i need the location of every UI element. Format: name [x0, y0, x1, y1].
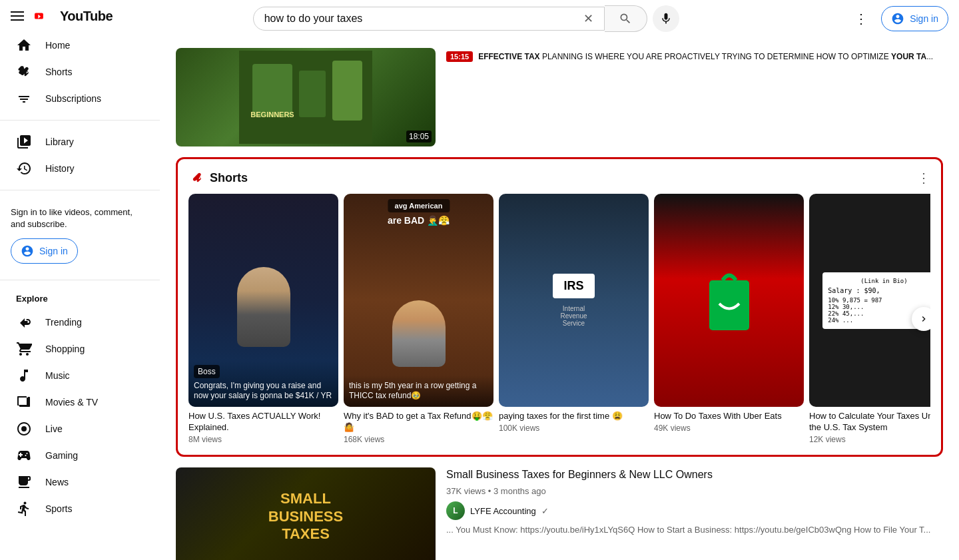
sidebar: YouTube Home Shorts Subscriptions Librar… — [0, 0, 160, 560]
short-label-1: Boss — [194, 365, 220, 378]
sign-in-prompt: Sign in to like videos, comment, and sub… — [11, 206, 149, 230]
short-views-2: 168K views — [344, 435, 493, 444]
header: ✕ ⋮ Sign in — [160, 0, 959, 37]
sidebar-item-trending[interactable]: Trending — [5, 309, 155, 336]
sidebar-item-home[interactable]: Home — [5, 32, 155, 59]
svg-rect-4 — [252, 64, 292, 117]
short-card-3[interactable]: IRS InternalRevenueService paying taxes … — [499, 194, 649, 444]
shorts-grid: Boss Congrats, I'm giving you a raise an… — [188, 194, 930, 444]
bottom-video-meta: 37K views • 3 months ago — [446, 486, 943, 496]
shorts-icon — [16, 64, 32, 80]
verified-icon: ✓ — [541, 506, 549, 516]
sidebar-item-music[interactable]: Music — [5, 362, 155, 389]
short-title-3: paying taxes for the first time 😩 — [499, 411, 649, 422]
bottom-video-title: Small Business Taxes for Beginners & New… — [446, 467, 943, 482]
header-sign-in-button[interactable]: Sign in — [881, 6, 948, 31]
shorts-section: Shorts ⋮ Boss Congrats, I'm giving you a… — [176, 157, 943, 457]
top-video-thumb-inner: BEGINNERS — [176, 48, 436, 146]
sports-icon — [16, 501, 32, 517]
gaming-icon — [16, 447, 32, 463]
explore-title: Explore — [0, 288, 160, 309]
search-bar: ✕ — [253, 7, 605, 31]
history-icon — [16, 160, 32, 176]
search-submit-button[interactable] — [605, 5, 647, 32]
bottom-thumb-inner: SMALLBUSINESSTAXES — [176, 467, 436, 560]
youtube-wordmark: YouTube — [60, 9, 113, 24]
sidebar-item-news[interactable]: News — [5, 469, 155, 495]
sidebar-item-library[interactable]: Library — [5, 129, 155, 155]
microphone-button[interactable] — [653, 5, 679, 32]
sidebar-item-live[interactable]: Live — [5, 416, 155, 442]
content-area: BEGINNERS 18:05 15:15 EFFECTIVE TAX PLAN… — [160, 37, 959, 560]
sidebar-item-label: Subscriptions — [45, 93, 101, 104]
channel-initial: L — [453, 506, 458, 515]
short-thumb-4 — [654, 194, 804, 407]
sign-in-section: Sign in to like videos, comment, and sub… — [0, 198, 160, 272]
top-video-info: 15:15 EFFECTIVE TAX PLANNING IS WHERE YO… — [446, 48, 943, 68]
sidebar-item-label: Live — [45, 423, 63, 434]
irs-text: IRS — [553, 274, 594, 298]
sidebar-item-label: Shopping — [45, 344, 85, 354]
hamburger-menu[interactable] — [11, 11, 24, 21]
sidebar-item-history[interactable]: History — [5, 155, 155, 182]
thumb-decoration: BEGINNERS — [239, 51, 372, 144]
svg-rect-6 — [332, 61, 362, 121]
short-views-4: 49K views — [654, 423, 804, 433]
sidebar-item-label: Shorts — [45, 67, 72, 77]
bottom-video-thumbnail[interactable]: SMALLBUSINESSTAXES — [176, 467, 436, 560]
sidebar-item-label: News — [45, 477, 69, 487]
header-sign-in-label: Sign in — [910, 13, 938, 24]
library-icon — [16, 134, 32, 150]
short-title-5: How to Calculate Your Taxes Under the U.… — [809, 411, 930, 433]
bottom-video-result: SMALLBUSINESSTAXES Small Business Taxes … — [160, 467, 959, 560]
short-views-1: 8M views — [188, 435, 338, 444]
sidebar-divider-3 — [0, 280, 160, 280]
short-views-3: 100K views — [499, 423, 649, 433]
sidebar-item-label: Sports — [45, 503, 72, 514]
short-views-5: 12K views — [809, 435, 930, 444]
top-video-thumbnail[interactable]: BEGINNERS 18:05 — [176, 48, 436, 146]
short-thumb-2: avg American are BAD 🤦‍♂️😤 this is my 5t… — [344, 194, 493, 407]
short-thumb-3: IRS InternalRevenueService — [499, 194, 649, 407]
subscriptions-icon — [16, 91, 32, 107]
sidebar-item-shorts[interactable]: Shorts — [5, 59, 155, 85]
shorts-next-button[interactable] — [912, 307, 930, 331]
short-card-4[interactable]: How To Do Taxes With Uber Eats 49K views — [654, 194, 804, 444]
shorts-more-button[interactable]: ⋮ — [917, 170, 930, 186]
chevron-right-icon — [918, 314, 929, 324]
channel-row: L LYFE Accounting ✓ — [446, 501, 943, 520]
sidebar-divider-2 — [0, 190, 160, 190]
short-card-1[interactable]: Boss Congrats, I'm giving you a raise an… — [188, 194, 338, 444]
channel-name: LYFE Accounting — [470, 506, 536, 516]
short-title-1: How U.S. Taxes ACTUALLY Work! Explained. — [188, 411, 338, 433]
sidebar-item-label: Gaming — [45, 450, 78, 461]
bottom-video-description: ... You Must Know: https://youtu.be/iHy1… — [446, 524, 943, 536]
search-icon — [619, 12, 632, 25]
news-icon — [16, 474, 32, 490]
short-thumb-1: Boss Congrats, I'm giving you a raise an… — [188, 194, 338, 407]
short-thumb-5: (Link in Bio) Salary : $90, 10% 9,875 = … — [809, 194, 930, 407]
sign-in-button[interactable]: Sign in — [11, 238, 78, 264]
mic-icon — [659, 12, 673, 25]
sidebar-header: YouTube — [0, 0, 160, 32]
sidebar-item-subscriptions[interactable]: Subscriptions — [5, 85, 155, 112]
shorts-title-group: Shorts — [188, 170, 248, 186]
sidebar-item-movies[interactable]: Movies & TV — [5, 389, 155, 416]
main-content: BEGINNERS 18:05 15:15 EFFECTIVE TAX PLAN… — [160, 0, 959, 560]
transcript-text: EFFECTIVE TAX PLANNING IS WHERE YOU ARE … — [478, 51, 933, 63]
sidebar-item-label: Library — [45, 137, 74, 147]
more-options-button[interactable]: ⋮ — [849, 5, 873, 32]
short-title-2: Why it's BAD to get a Tax Refund🤑😤🤷 — [344, 411, 493, 433]
sidebar-item-sports[interactable]: Sports — [5, 495, 155, 522]
search-input[interactable] — [264, 13, 578, 25]
clear-search-button[interactable]: ✕ — [583, 11, 593, 26]
search-container: ✕ — [253, 5, 679, 32]
sign-in-label: Sign in — [39, 246, 68, 256]
svg-text:BEGINNERS: BEGINNERS — [250, 111, 294, 119]
sidebar-item-gaming[interactable]: Gaming — [5, 442, 155, 469]
live-icon — [16, 421, 32, 437]
uber-eats-icon — [703, 267, 756, 334]
youtube-logo[interactable]: YouTube — [35, 8, 113, 24]
sidebar-item-shopping[interactable]: Shopping — [5, 336, 155, 362]
short-card-2[interactable]: avg American are BAD 🤦‍♂️😤 this is my 5t… — [344, 194, 493, 444]
